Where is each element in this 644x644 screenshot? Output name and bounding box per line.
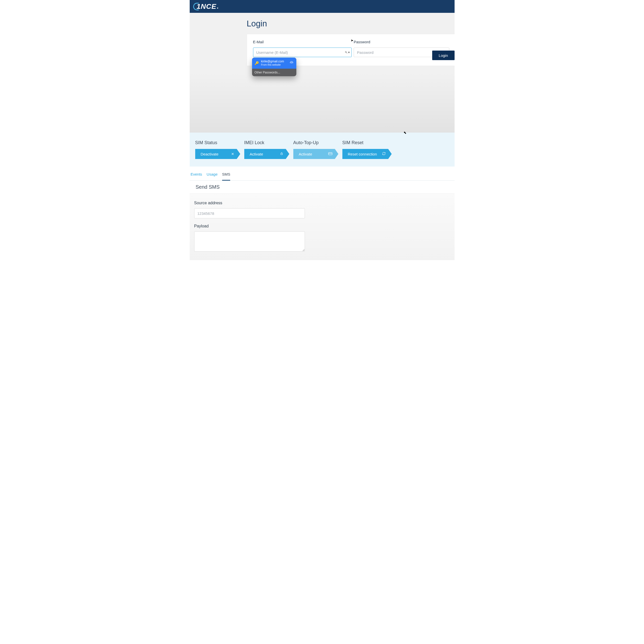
login-container: Login E-Mail ▾ Passwor	[190, 13, 455, 66]
auto-topup-group: Auto-Top-Up Activate	[293, 140, 335, 159]
send-sms-form: Source address Payload	[190, 194, 455, 260]
sim-actions-panel: SIM Status Deactivate ✕ IMEI Lock Activa…	[190, 133, 455, 167]
fingerprint-icon	[289, 60, 294, 66]
sim-dashboard: SIM Status Deactivate ✕ IMEI Lock Activa…	[190, 133, 455, 260]
email-field-group: E-Mail ▾	[253, 40, 348, 57]
source-address-input[interactable]	[194, 208, 305, 218]
logo-dot: .	[217, 3, 219, 10]
send-sms-heading: Send SMS	[190, 181, 455, 194]
sim-status-group: SIM Status Deactivate ✕	[195, 140, 237, 159]
imei-lock-group: IMEI Lock Activate	[244, 140, 286, 159]
topup-activate-label: Activate	[299, 152, 312, 156]
refresh-icon	[382, 152, 386, 156]
autofill-email: kirile@gmail.com	[261, 60, 287, 63]
email-input[interactable]	[253, 48, 352, 57]
top-nav-bar: 1NCE .	[190, 0, 455, 13]
login-button[interactable]: Login	[432, 51, 455, 60]
sim-reset-title: SIM Reset	[342, 140, 388, 145]
auto-topup-title: Auto-Top-Up	[293, 140, 335, 145]
lock-icon	[280, 152, 283, 156]
chevron-down-icon: ▾	[348, 51, 350, 54]
deactivate-label: Deactivate	[201, 152, 219, 156]
logo-text: 1NCE	[197, 3, 217, 11]
other-passwords-option[interactable]: Other Passwords...	[252, 69, 296, 76]
source-address-label: Source address	[194, 201, 450, 205]
tab-sms[interactable]: SMS	[222, 172, 230, 181]
autofill-subtext: From this website	[261, 63, 287, 67]
cursor-icon: ⬉	[404, 131, 407, 135]
close-icon: ✕	[231, 152, 234, 156]
autofill-suggestion[interactable]: 🔑 kirile@gmail.com From this website	[252, 58, 296, 69]
tab-events[interactable]: Events	[191, 172, 202, 180]
email-label: E-Mail	[253, 40, 348, 44]
sim-reset-group: SIM Reset Reset connection	[342, 140, 388, 159]
imei-lock-title: IMEI Lock	[244, 140, 286, 145]
card-icon	[328, 152, 332, 156]
reset-connection-button[interactable]: Reset connection	[342, 149, 388, 159]
login-screenshot: 1NCE . Login E-Mail ▾	[190, 0, 455, 133]
key-icon: 🔑	[255, 61, 259, 65]
brand-logo: 1NCE .	[193, 3, 219, 11]
page-title: Login	[247, 19, 455, 28]
payload-textarea[interactable]	[194, 231, 305, 252]
reset-connection-label: Reset connection	[348, 152, 377, 156]
password-label: Password	[354, 40, 449, 44]
cursor-icon: ➤	[351, 38, 353, 42]
deactivate-button[interactable]: Deactivate ✕	[195, 149, 237, 159]
topup-activate-button[interactable]: Activate	[293, 149, 335, 159]
svg-rect-2	[328, 152, 332, 155]
payload-label: Payload	[194, 224, 450, 228]
detail-tabs: Events Usage SMS	[190, 167, 455, 181]
password-key-icon[interactable]: ▾	[345, 51, 350, 54]
svg-rect-1	[280, 153, 283, 155]
sim-status-title: SIM Status	[195, 140, 237, 145]
password-autofill-popup: 🔑 kirile@gmail.com From this website Oth…	[252, 58, 296, 76]
tab-usage[interactable]: Usage	[207, 172, 217, 180]
imei-activate-label: Activate	[250, 152, 263, 156]
imei-activate-button[interactable]: Activate	[244, 149, 286, 159]
